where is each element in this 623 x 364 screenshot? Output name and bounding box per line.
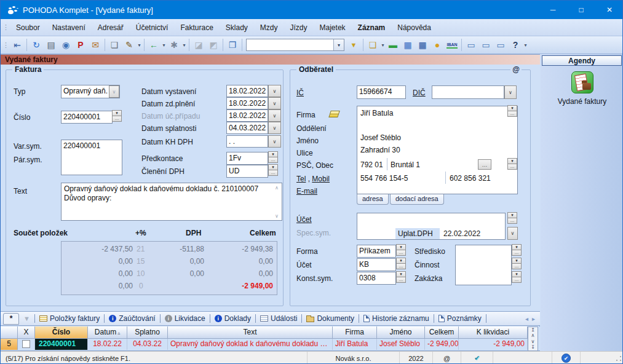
grid-scrollbar[interactable]: ↥ ∧ ∨ ↧ (528, 326, 538, 351)
menu-soubor[interactable]: Soubor (10, 21, 46, 34)
vydane-faktury-label[interactable]: Vydané faktury (541, 97, 623, 106)
new-record-icon[interactable]: ❏ (108, 38, 121, 52)
scroll-last-icon[interactable]: ↧ (531, 345, 535, 350)
datum-ucpripadu-input[interactable]: 18.02.2022 (226, 109, 268, 122)
status-ok-icon[interactable]: ✔ (561, 354, 571, 363)
forma-spinner[interactable]: ▾… (396, 245, 406, 256)
predkontace-spinner[interactable]: ▾… (268, 152, 278, 163)
dic-input[interactable] (432, 85, 504, 99)
header-text[interactable]: Text (168, 326, 333, 339)
obec-value[interactable]: Bruntál 1 (391, 160, 420, 169)
cleneni-dph-spinner[interactable]: ▾… (268, 165, 278, 176)
menubar-grip[interactable]: ⋮ (2, 23, 9, 31)
text-input[interactable]: Opravný daňový doklad k daňovému dokladu… (61, 183, 282, 221)
table-filter-icon[interactable]: ▼ (23, 315, 30, 322)
tab-udalosti[interactable]: Události (256, 313, 301, 324)
cash-icon[interactable]: ▬ (386, 38, 400, 52)
print-icon[interactable]: ▤ (44, 38, 58, 52)
menu-sklady[interactable]: Sklady (220, 21, 254, 34)
ucet2-spinner[interactable]: ▾… (396, 258, 406, 269)
firma-value[interactable]: Jiří Batula (360, 109, 393, 117)
row-datum[interactable]: 18.02.22 (88, 339, 127, 350)
row-text[interactable]: Opravný daňový doklad k daňovému dokladu… (168, 339, 333, 350)
datum-vystaveni-dropdown[interactable]: ∨ (268, 85, 281, 97)
tab-polozky-faktury[interactable]: Položky faktury (35, 313, 104, 324)
address-book-icon[interactable] (328, 111, 340, 117)
scroll-first-icon[interactable]: ↥ (531, 328, 535, 333)
menu-adresar[interactable]: Adresář (92, 21, 130, 34)
row-cislo-selected-cell[interactable]: 220400001 (35, 339, 88, 350)
header-splatno[interactable]: Splatno (127, 326, 168, 339)
vat-calculator-icon[interactable]: ▦ (416, 38, 429, 52)
status-company[interactable]: Novák s.r.o. (307, 352, 399, 364)
agenda-folder-dropdown[interactable]: ▾ (380, 42, 386, 48)
settings-icon[interactable]: ✱ (167, 38, 181, 52)
scroll-up-icon[interactable]: ∧ (531, 333, 535, 338)
toolbar-grip[interactable]: ⋮ (2, 41, 9, 49)
status-year[interactable]: 2022 (399, 352, 432, 364)
agendy-header[interactable]: Agendy (542, 55, 622, 66)
exit-agenda-icon[interactable]: ⇤ (10, 38, 24, 52)
panel-side-icon[interactable]: ▭ (494, 38, 507, 52)
email-at-icon[interactable]: @ (510, 65, 522, 74)
datum-splatnosti-dropdown[interactable]: ∨ (268, 122, 281, 134)
maximize-button[interactable]: □ (567, 1, 595, 19)
datum-khdph-input[interactable]: . . (226, 135, 268, 148)
psc-value[interactable]: 792 01 (360, 160, 383, 169)
ulice-value[interactable]: Zahradní 30 (360, 146, 400, 154)
stredisko-cinnost-zakazka-box[interactable] (455, 245, 512, 285)
header-cislo[interactable]: Číslo (35, 326, 88, 339)
context-help-icon[interactable]: ? (509, 38, 522, 52)
header-x[interactable]: X (18, 326, 35, 339)
predkontace-input[interactable]: 1Fv (226, 152, 268, 165)
tab-dodaci-adresa[interactable]: dodací adresa (390, 194, 444, 205)
typ-dropdown-icon[interactable]: ∨ (109, 85, 119, 98)
firma-spinner[interactable]: ▾… (507, 106, 517, 117)
cinnost-spinner[interactable]: ▾… (512, 258, 522, 269)
tab-zauctovani[interactable]: Zaúčtování (105, 313, 159, 324)
row-klikvidaci[interactable]: -2 949,00 (459, 339, 528, 350)
datum-khdph-dropdown[interactable]: ∨ (268, 135, 281, 148)
copy-record-icon[interactable]: ❐ (226, 38, 239, 52)
refresh-record-icon[interactable]: ↻ (30, 38, 43, 52)
email-link[interactable]: E-mail (296, 187, 317, 196)
tab-adresa[interactable]: adresa (357, 194, 389, 205)
uplatdph-value[interactable]: 22.02.2022 (443, 229, 480, 238)
menu-ucetnictvi[interactable]: Účetnictví (130, 21, 175, 34)
ucet-link[interactable]: Účet (296, 215, 312, 224)
menu-fakturace[interactable]: Fakturace (174, 21, 219, 34)
dic-dropdown[interactable]: ∨ (504, 85, 517, 99)
settings-dropdown[interactable]: ▾ (181, 42, 187, 48)
cleneni-dph-input[interactable]: UD (226, 165, 268, 178)
status-edit-check-icon[interactable]: ✔ (474, 354, 480, 362)
stredisko-spinner[interactable]: ▾… (512, 245, 522, 256)
konstsym-spinner[interactable]: ▾… (396, 272, 406, 283)
edit-record-icon[interactable]: ✎ (122, 38, 136, 52)
cislo-input[interactable]: 220400001 (61, 111, 113, 124)
datum-ucpripadu-dropdown[interactable]: ∨ (268, 109, 281, 122)
back-dropdown[interactable]: ▾ (161, 42, 167, 48)
iban-icon[interactable]: IBAN (445, 38, 459, 52)
obec-more-button[interactable]: … (478, 159, 491, 170)
tab-doklady[interactable]: Doklady (210, 313, 255, 324)
panel-main-icon[interactable]: ▭ (479, 38, 493, 52)
coins-icon[interactable]: ● (431, 38, 444, 52)
ic-input[interactable]: 15966674 (357, 85, 406, 99)
zakazka-spinner[interactable]: ▾… (512, 272, 522, 283)
calculator-icon[interactable]: ▦ (401, 38, 415, 52)
uplatdph-dropdown[interactable]: ∨ (507, 227, 518, 240)
filter-icon[interactable]: ▼ (347, 38, 360, 52)
forma-input[interactable]: Příkazem (357, 245, 396, 258)
row-number[interactable]: 5 (1, 339, 18, 350)
menu-jizdy[interactable]: Jízdy (284, 21, 314, 34)
text-scroll-down-icon[interactable]: ∨ (275, 213, 282, 219)
ucet-input[interactable]: Uplat.DPH 22.02.2022 (357, 213, 506, 240)
tab-star[interactable]: * (3, 313, 19, 325)
tabs-scroll-left-icon[interactable]: ◂ (525, 315, 528, 322)
close-button[interactable]: ✕ (595, 1, 623, 19)
menu-mzdy[interactable]: Mzdy (254, 21, 284, 34)
header-firma[interactable]: Firma (333, 326, 377, 339)
pdf-export-icon[interactable]: P (74, 38, 87, 52)
context-help-dropdown[interactable]: ▾ (523, 42, 528, 48)
scroll-down-icon[interactable]: ∨ (531, 339, 535, 344)
